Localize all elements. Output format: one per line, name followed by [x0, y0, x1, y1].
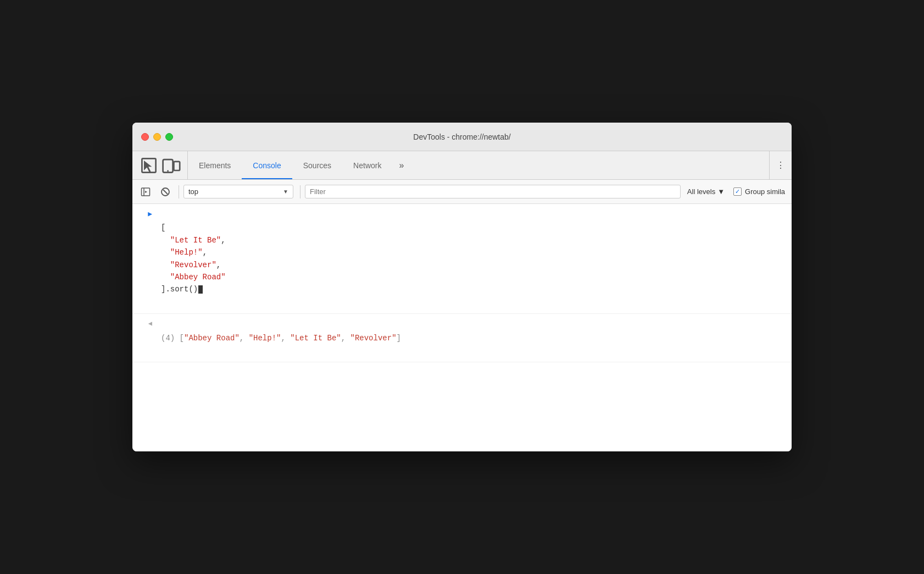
context-selector-arrow: ▼: [283, 189, 288, 195]
tab-bar: Elements Console Sources Network » ⋮: [132, 151, 792, 180]
toolbar-separator-1: [179, 185, 179, 198]
svg-line-8: [163, 190, 168, 194]
console-toolbar: top ▼ All levels ▼ ✓ Group simila: [132, 180, 792, 204]
svg-rect-2: [174, 161, 180, 170]
group-similar-checkbox-label[interactable]: ✓ Group simila: [731, 187, 787, 196]
svg-marker-6: [145, 191, 147, 193]
entry-expand-arrow[interactable]: ▶: [132, 204, 157, 224]
context-selector[interactable]: top ▼: [183, 185, 293, 198]
log-level-arrow: ▼: [717, 187, 725, 196]
maximize-button[interactable]: [165, 133, 173, 141]
device-toggle-button[interactable]: [161, 156, 181, 175]
tab-network[interactable]: Network: [342, 151, 392, 179]
traffic-lights: [141, 133, 173, 141]
devtools-menu-button[interactable]: ⋮: [769, 151, 792, 179]
tab-sources[interactable]: Sources: [292, 151, 342, 179]
console-output: ▶ [ "Let It Be", "Help!", "Revolver", "A…: [132, 204, 792, 451]
devtools-toolbar-left: [132, 151, 188, 179]
devtools-window: DevTools - chrome://newtab/: [132, 123, 792, 451]
close-button[interactable]: [141, 133, 149, 141]
tab-console[interactable]: Console: [242, 151, 292, 179]
output-content: (4) ["Abbey Road", "Help!", "Let It Be",…: [157, 314, 792, 362]
entry-input-content: [ "Let It Be", "Help!", "Revolver", "Abb…: [157, 204, 792, 313]
svg-point-3: [167, 170, 169, 172]
main-tabs: Elements Console Sources Network »: [188, 151, 769, 179]
output-arrow: ◀: [132, 314, 157, 333]
filter-input[interactable]: [305, 185, 681, 198]
cursor: [198, 285, 203, 294]
minimize-button[interactable]: [153, 133, 161, 141]
window-title: DevTools - chrome://newtab/: [413, 133, 510, 141]
log-level-selector[interactable]: All levels ▼: [683, 185, 729, 198]
tab-overflow-button[interactable]: »: [392, 151, 410, 179]
title-bar: DevTools - chrome://newtab/: [132, 123, 792, 151]
toolbar-separator-2: [300, 185, 300, 198]
tab-elements[interactable]: Elements: [188, 151, 242, 179]
console-output-entry: ◀ (4) ["Abbey Road", "Help!", "Let It Be…: [132, 314, 792, 362]
inspect-element-button[interactable]: [139, 156, 159, 175]
group-similar-checkbox[interactable]: ✓: [733, 187, 742, 196]
console-input-entry: ▶ [ "Let It Be", "Help!", "Revolver", "A…: [132, 204, 792, 314]
clear-console-button[interactable]: [157, 183, 174, 201]
show-sidebar-button[interactable]: [137, 183, 154, 201]
